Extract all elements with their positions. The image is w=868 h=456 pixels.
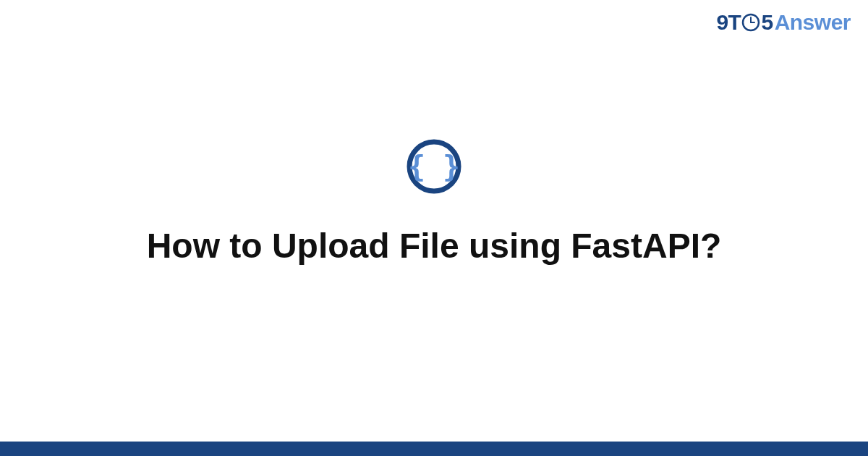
footer-accent-bar (0, 442, 868, 456)
svg-text:{ }: { } (408, 150, 460, 183)
page-title: How to Upload File using FastAPI? (147, 225, 722, 267)
main-content: { } How to Upload File using FastAPI? (0, 0, 868, 456)
braces-icon: { } (406, 138, 462, 198)
